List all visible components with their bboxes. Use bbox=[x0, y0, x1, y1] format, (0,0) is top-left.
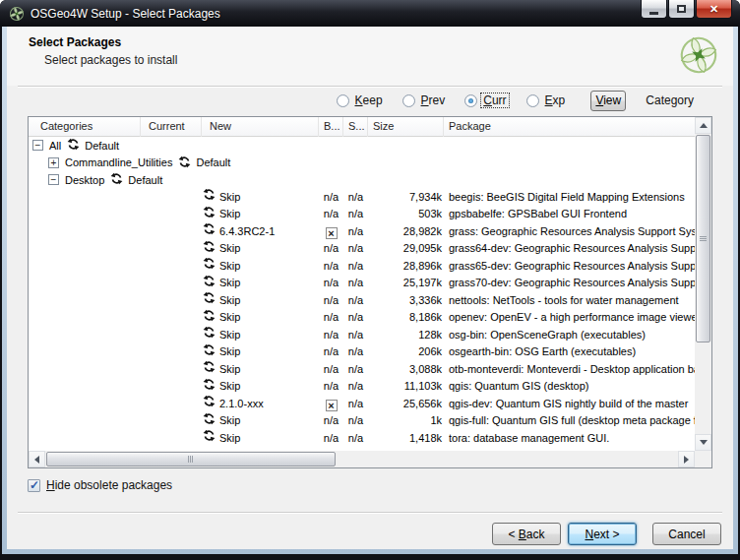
cycle-action-icon[interactable] bbox=[203, 361, 216, 374]
src-cell[interactable]: n/a bbox=[343, 258, 368, 276]
src-cell[interactable]: n/a bbox=[343, 412, 368, 430]
new-version-cell[interactable]: Skip bbox=[203, 240, 319, 258]
titlebar[interactable]: OSGeo4W Setup - Select Packages ✕ bbox=[0, 0, 740, 27]
cycle-action-icon[interactable] bbox=[203, 240, 216, 253]
src-cell[interactable]: n/a bbox=[343, 396, 368, 413]
scroll-up-button[interactable] bbox=[695, 117, 711, 134]
column-header-s[interactable]: S... bbox=[343, 117, 368, 137]
package-row[interactable]: Skip n/a n/a 7,934k beegis: BeeGIS Digit… bbox=[29, 189, 695, 207]
cycle-action-icon[interactable] bbox=[203, 412, 216, 425]
horizontal-scrollbar[interactable] bbox=[29, 451, 695, 467]
view-radio-prev[interactable]: Prev bbox=[402, 93, 448, 107]
close-button[interactable]: ✕ bbox=[696, 0, 732, 19]
maximize-button[interactable] bbox=[668, 0, 695, 19]
package-row[interactable]: Skip n/a n/a 1k qgis-full: Quantum GIS f… bbox=[29, 412, 695, 430]
category-row[interactable]: − Desktop Default bbox=[29, 171, 695, 189]
package-row[interactable]: Skip n/a n/a 3,088k otb-monteverdi: Mont… bbox=[29, 361, 695, 379]
bin-cell[interactable]: n/a bbox=[319, 240, 343, 258]
bin-cell[interactable]: n/a bbox=[319, 292, 343, 310]
tree-expander-icon[interactable]: + bbox=[48, 157, 59, 168]
horizontal-scroll-thumb[interactable] bbox=[46, 452, 336, 467]
cycle-action-icon[interactable] bbox=[203, 292, 216, 305]
package-row[interactable]: Skip n/a n/a 1,418k tora: database manag… bbox=[29, 430, 695, 448]
package-row[interactable]: 2.1.0-xxx × n/a 25,656k qgis-dev: Quantu… bbox=[29, 396, 695, 413]
package-row[interactable]: Skip n/a n/a 11,103k qgis: Quantum GIS (… bbox=[29, 378, 695, 396]
hide-obsolete-row[interactable]: Hide obsolete packages bbox=[28, 478, 172, 492]
src-cell[interactable]: n/a bbox=[343, 327, 368, 344]
new-version-cell[interactable]: Skip bbox=[203, 327, 319, 344]
new-version-cell[interactable]: Skip bbox=[203, 412, 319, 430]
new-version-cell[interactable]: 6.4.3RC2-1 bbox=[203, 223, 319, 241]
column-header-categories[interactable]: Categories bbox=[29, 117, 141, 137]
package-row[interactable]: Skip n/a n/a 128k osg-bin: OpenSceneGrap… bbox=[29, 327, 695, 344]
src-cell[interactable]: n/a bbox=[343, 343, 368, 361]
bin-cell[interactable]: × bbox=[319, 223, 343, 241]
bin-cell[interactable]: n/a bbox=[319, 430, 343, 448]
tree-expander-icon[interactable]: − bbox=[48, 174, 59, 185]
package-row[interactable]: Skip n/a n/a 3,336k nettools: NetTools -… bbox=[29, 292, 695, 310]
bin-cell[interactable]: n/a bbox=[319, 361, 343, 379]
column-header-package[interactable]: Package bbox=[444, 117, 697, 137]
bin-cell[interactable]: n/a bbox=[319, 275, 343, 292]
view-radio-curr[interactable]: Curr bbox=[464, 93, 508, 107]
vertical-scrollbar[interactable] bbox=[695, 117, 711, 451]
cycle-action-icon[interactable] bbox=[203, 343, 216, 356]
bin-cell[interactable]: n/a bbox=[319, 309, 343, 327]
new-version-cell[interactable]: 2.1.0-xxx bbox=[203, 396, 319, 413]
new-version-cell[interactable]: Skip bbox=[203, 292, 319, 310]
src-cell[interactable]: n/a bbox=[343, 378, 368, 396]
bin-cell[interactable]: n/a bbox=[319, 378, 343, 396]
category-row[interactable]: + Commandline_Utilities Default bbox=[29, 155, 695, 172]
view-button[interactable]: View bbox=[590, 91, 626, 111]
cycle-action-icon[interactable] bbox=[203, 258, 216, 271]
category-action-label[interactable]: Default bbox=[128, 174, 162, 186]
src-cell[interactable]: n/a bbox=[343, 309, 368, 327]
src-cell[interactable]: n/a bbox=[343, 292, 368, 310]
bin-cell[interactable]: n/a bbox=[319, 258, 343, 276]
new-version-cell[interactable]: Skip bbox=[203, 206, 319, 223]
view-radio-keep[interactable]: Keep bbox=[337, 93, 385, 107]
view-radio-exp[interactable]: Exp bbox=[526, 93, 568, 107]
package-row[interactable]: 6.4.3RC2-1 × n/a 28,982k grass: Geograph… bbox=[29, 223, 695, 241]
cancel-button[interactable]: Cancel bbox=[652, 523, 721, 545]
src-cell[interactable]: n/a bbox=[343, 430, 368, 448]
package-row[interactable]: Skip n/a n/a 206k osgearth-bin: OSG Eart… bbox=[29, 343, 695, 361]
cycle-action-icon[interactable] bbox=[178, 156, 191, 168]
vertical-scroll-thumb[interactable] bbox=[696, 135, 710, 342]
bin-cell[interactable]: n/a bbox=[319, 206, 343, 223]
bin-cell[interactable]: × bbox=[319, 396, 343, 413]
new-version-cell[interactable]: Skip bbox=[203, 275, 319, 292]
cycle-action-icon[interactable] bbox=[203, 327, 216, 340]
package-row[interactable]: Skip n/a n/a 25,197k grass70-dev: Geogra… bbox=[29, 275, 695, 292]
new-version-cell[interactable]: Skip bbox=[203, 378, 319, 396]
column-header-size[interactable]: Size bbox=[368, 117, 444, 137]
new-version-cell[interactable]: Skip bbox=[203, 258, 319, 276]
package-row[interactable]: Skip n/a n/a 503k gpsbabelfe: GPSBabel G… bbox=[29, 206, 695, 223]
next-button[interactable]: Next > bbox=[568, 523, 637, 545]
src-cell[interactable]: n/a bbox=[343, 275, 368, 292]
column-header-b[interactable]: B... bbox=[319, 117, 343, 137]
cycle-action-icon[interactable] bbox=[203, 396, 216, 408]
cycle-action-icon[interactable] bbox=[203, 275, 216, 287]
bin-checked-icon[interactable]: × bbox=[326, 227, 338, 239]
cycle-action-icon[interactable] bbox=[67, 138, 80, 151]
bin-cell[interactable]: n/a bbox=[319, 189, 343, 207]
column-header-new[interactable]: New bbox=[202, 117, 319, 137]
new-version-cell[interactable]: Skip bbox=[203, 189, 319, 207]
cycle-action-icon[interactable] bbox=[203, 189, 216, 202]
bin-cell[interactable]: n/a bbox=[319, 327, 343, 344]
src-cell[interactable]: n/a bbox=[343, 189, 368, 207]
category-action-label[interactable]: Default bbox=[85, 140, 119, 152]
new-version-cell[interactable]: Skip bbox=[203, 343, 319, 361]
hide-obsolete-checkbox[interactable] bbox=[28, 479, 40, 492]
minimize-button[interactable] bbox=[641, 0, 667, 19]
package-row[interactable]: Skip n/a n/a 29,095k grass64-dev: Geogra… bbox=[29, 240, 695, 258]
cycle-action-icon[interactable] bbox=[203, 309, 216, 322]
src-cell[interactable]: n/a bbox=[343, 223, 368, 241]
bin-checked-icon[interactable]: × bbox=[326, 400, 338, 411]
new-version-cell[interactable]: Skip bbox=[203, 309, 319, 327]
src-cell[interactable]: n/a bbox=[343, 206, 368, 223]
cycle-action-icon[interactable] bbox=[203, 223, 216, 236]
new-version-cell[interactable]: Skip bbox=[203, 430, 319, 448]
src-cell[interactable]: n/a bbox=[343, 240, 368, 258]
